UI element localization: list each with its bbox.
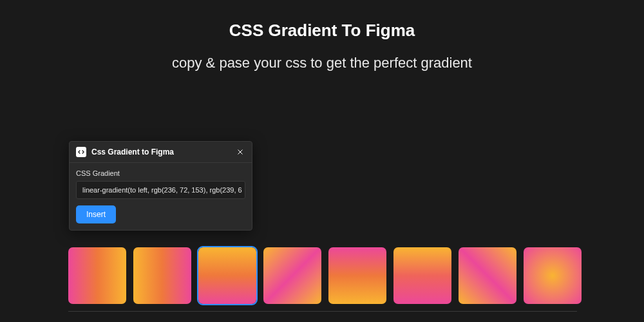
- gradient-swatch[interactable]: [524, 247, 582, 304]
- gradient-swatch[interactable]: [393, 247, 451, 304]
- gradient-swatch[interactable]: [198, 247, 256, 304]
- insert-button[interactable]: Insert: [76, 205, 116, 223]
- panel-header: Css Gradient to Figma: [70, 142, 252, 163]
- gradient-swatch[interactable]: [263, 247, 321, 304]
- plugin-panel: Css Gradient to Figma CSS Gradient linea…: [69, 141, 252, 231]
- divider: [68, 311, 577, 312]
- gradient-input[interactable]: linear-gradient(to left, rgb(236, 72, 15…: [76, 181, 245, 199]
- code-icon: [76, 147, 86, 157]
- page-title: CSS Gradient To Figma: [0, 21, 644, 41]
- gradient-input-label: CSS Gradient: [76, 169, 245, 177]
- gradient-swatch[interactable]: [68, 247, 126, 304]
- gradient-swatch[interactable]: [459, 247, 516, 304]
- gradient-swatch[interactable]: [133, 247, 191, 304]
- gradient-swatch[interactable]: [328, 247, 386, 304]
- gradient-swatch-row: [68, 247, 582, 304]
- panel-body: CSS Gradient linear-gradient(to left, rg…: [70, 163, 252, 230]
- panel-title: Css Gradient to Figma: [91, 147, 235, 156]
- page-subtitle: copy & pase your css to get the perfect …: [0, 55, 644, 71]
- close-icon[interactable]: [235, 147, 245, 157]
